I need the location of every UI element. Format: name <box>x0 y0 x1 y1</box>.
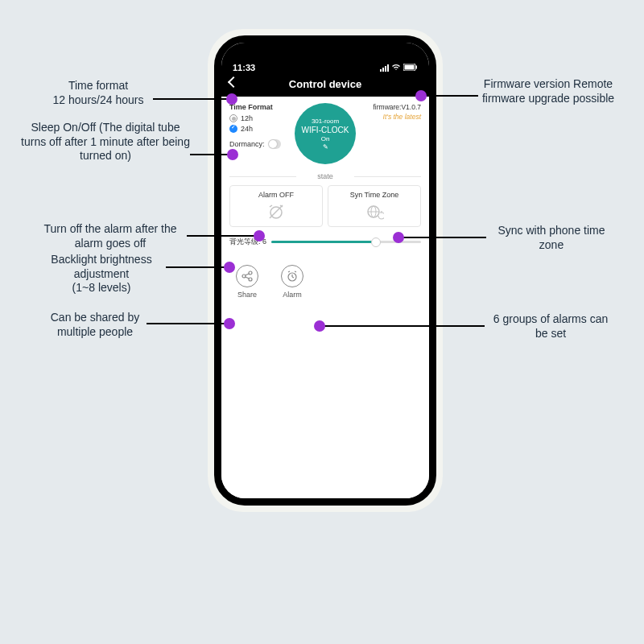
radio-unchecked-icon <box>229 114 237 122</box>
annotation-dot <box>226 93 237 105</box>
sync-timezone-card[interactable]: Syn Time Zone <box>328 185 421 227</box>
device-name: WIFI-CLOCK <box>302 126 349 134</box>
svg-point-10 <box>242 275 246 278</box>
annotation-line <box>166 266 227 268</box>
annotation-dot <box>415 90 427 101</box>
dormancy-toggle[interactable] <box>268 139 281 149</box>
alarm-label: Alarm <box>283 291 302 299</box>
firmware-latest: It's the latest <box>369 113 421 121</box>
svg-line-14 <box>246 277 250 279</box>
globe-sync-icon <box>365 202 384 221</box>
share-button[interactable]: Share <box>236 265 258 299</box>
alarm-clock-icon <box>281 265 303 287</box>
opt-24h-label: 24h <box>241 125 253 133</box>
annotation-dot <box>314 320 325 332</box>
svg-point-11 <box>249 271 252 275</box>
notch <box>277 43 374 60</box>
annotation-dot <box>254 230 265 242</box>
annotation-line <box>187 235 257 237</box>
dormancy-row: Dormancy: <box>229 139 281 149</box>
annotation-dot <box>224 318 235 329</box>
share-label: Share <box>237 291 257 299</box>
annotation-dot <box>224 262 235 273</box>
callout-sleep: Sleep On/Off (The digital tube turns off… <box>19 121 192 163</box>
time-format-24h[interactable]: 24h <box>229 125 281 133</box>
svg-line-19 <box>295 271 296 272</box>
annotation-line <box>153 98 229 100</box>
annotation-line <box>147 323 227 324</box>
svg-point-12 <box>249 278 252 281</box>
annotation-line <box>402 237 486 238</box>
state-divider: state <box>229 172 421 180</box>
annotation-line <box>425 95 478 97</box>
header-title: Control device <box>289 78 361 90</box>
alarm-off-label: Alarm OFF <box>233 191 319 199</box>
phone-frame: 11:33 Control device Time Format <box>208 29 443 512</box>
alarm-button[interactable]: Alarm <box>281 265 303 299</box>
slider-thumb[interactable] <box>371 237 381 247</box>
device-badge[interactable]: 301-room WIFI-CLOCK On ✎ <box>295 103 356 164</box>
firmware-section[interactable]: firmware:V1.0.7 It's the latest <box>369 103 421 164</box>
opt-12h-label: 12h <box>241 114 253 122</box>
svg-line-17 <box>292 277 294 278</box>
svg-rect-2 <box>416 66 418 69</box>
annotation-dot <box>227 149 238 160</box>
callout-backlight: Backlight brightness adjustment(1~8 leve… <box>35 253 167 295</box>
firmware-label: firmware:V1.0.7 <box>369 103 421 111</box>
callout-alarm-off: Turn off the alarm after the alarm goes … <box>32 222 188 250</box>
signal-icon <box>380 64 389 72</box>
content-area: Time Format 12h 24h Dormancy: 3 <box>221 97 429 502</box>
edit-icon: ✎ <box>323 143 328 151</box>
alarm-off-icon <box>266 202 286 221</box>
time-format-title: Time Format <box>229 103 281 111</box>
callout-sync: Sync with phone time zone <box>489 224 613 252</box>
slider-fill <box>271 241 376 243</box>
alarm-off-card[interactable]: Alarm OFF <box>229 185 323 227</box>
time-format-12h[interactable]: 12h <box>229 114 281 122</box>
status-time: 11:33 <box>233 63 255 72</box>
svg-line-18 <box>288 271 290 272</box>
share-icon <box>236 265 258 287</box>
annotation-line <box>190 154 230 155</box>
wifi-icon <box>391 64 401 72</box>
dormancy-label: Dormancy: <box>229 140 265 148</box>
status-indicators <box>380 64 418 72</box>
annotation-dot <box>393 232 404 243</box>
back-icon[interactable] <box>228 76 239 88</box>
header: Control device <box>221 75 429 97</box>
callout-time-format: Time format12 hours/24 hours <box>34 79 163 107</box>
device-room: 301-room <box>312 118 339 125</box>
callout-alarms: 6 groups of alarms can be set <box>486 312 615 341</box>
svg-line-5 <box>270 205 272 207</box>
radio-checked-icon <box>229 125 237 133</box>
battery-icon <box>403 64 418 72</box>
svg-rect-1 <box>405 65 415 70</box>
sync-label: Syn Time Zone <box>332 191 417 199</box>
callout-firmware: Firmware version Remote firmware upgrade… <box>478 77 618 105</box>
callout-share: Can be shared by multiple people <box>42 311 148 339</box>
phone-screen: 11:33 Control device Time Format <box>214 35 436 506</box>
svg-line-13 <box>246 274 250 275</box>
state-label: state <box>317 172 333 180</box>
device-status: On <box>321 135 330 142</box>
annotation-line <box>324 325 485 327</box>
